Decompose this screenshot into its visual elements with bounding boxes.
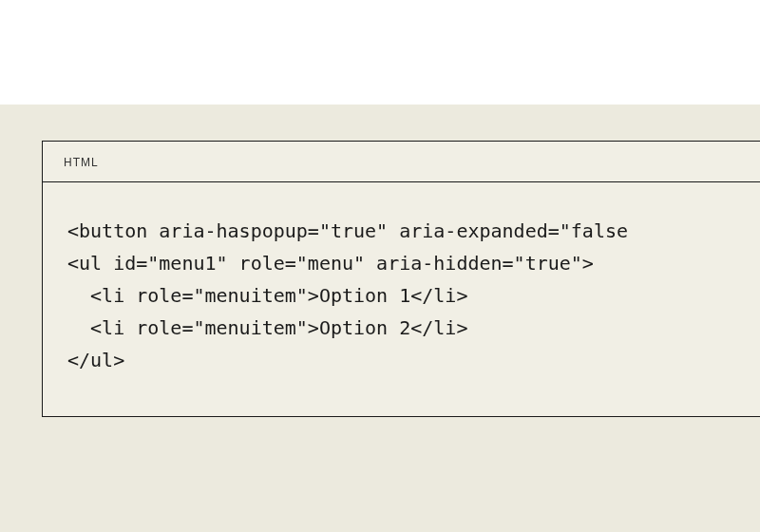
code-block-header: HTML bbox=[43, 142, 760, 182]
code-block-card: HTML <button aria-haspopup="true" aria-e… bbox=[42, 141, 760, 417]
code-snippet: <button aria-haspopup="true" aria-expand… bbox=[67, 215, 735, 376]
content-band: HTML <button aria-haspopup="true" aria-e… bbox=[0, 104, 760, 532]
code-language-label: HTML bbox=[64, 156, 99, 169]
code-block-body: <button aria-haspopup="true" aria-expand… bbox=[43, 182, 760, 416]
